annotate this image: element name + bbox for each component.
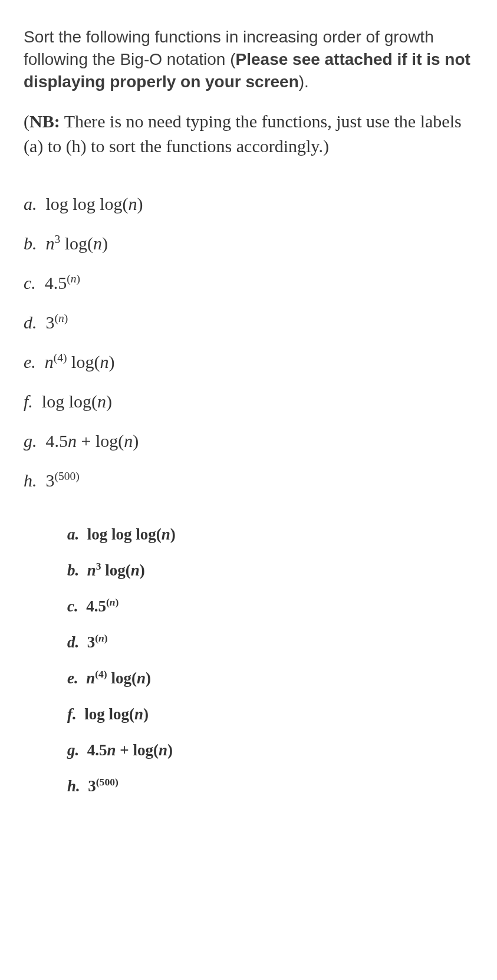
item-expr: log log log(n)	[46, 194, 143, 213]
item-expr: 3(500)	[88, 777, 118, 795]
item-g: g. 4.5n + log(n)	[24, 431, 473, 450]
item-expr: 4.5(n)	[45, 273, 80, 292]
item-label: c.	[67, 597, 78, 615]
item-label: e.	[24, 352, 36, 371]
function-list-secondary: a. log log log(n) b. n3 log(n) c. 4.5(n)…	[24, 525, 473, 795]
item-b-2: b. n3 log(n)	[67, 561, 473, 580]
item-expr: n(4) log(n)	[86, 669, 151, 687]
item-label: c.	[24, 273, 36, 292]
item-g-2: g. 4.5n + log(n)	[67, 741, 473, 759]
item-a: a. log log log(n)	[24, 194, 473, 213]
item-expr: 4.5n + log(n)	[46, 431, 139, 450]
item-expr: n3 log(n)	[46, 234, 108, 253]
item-b: b. n3 log(n)	[24, 234, 473, 253]
item-expr: 3(n)	[46, 313, 68, 332]
item-label: d.	[67, 633, 79, 651]
item-d: d. 3(n)	[24, 313, 473, 332]
item-h-2: h. 3(500)	[67, 777, 473, 795]
item-expr: n3 log(n)	[87, 561, 145, 579]
prompt-paragraph: Sort the following functions in increasi…	[24, 26, 473, 93]
item-h: h. 3(500)	[24, 471, 473, 490]
item-label: a.	[67, 525, 79, 543]
document-page: Sort the following functions in increasi…	[0, 0, 497, 831]
item-expr: 3(n)	[87, 633, 108, 651]
item-expr: log log(n)	[84, 705, 149, 723]
item-c-2: c. 4.5(n)	[67, 597, 473, 616]
item-expr: n(4) log(n)	[45, 352, 115, 371]
item-f-2: f. log log(n)	[67, 705, 473, 724]
nb-paragraph: (NB: There is no need typing the functio…	[24, 109, 473, 159]
item-expr: 4.5(n)	[86, 597, 119, 615]
item-expr: 4.5n + log(n)	[87, 741, 173, 759]
item-a-2: a. log log log(n)	[67, 525, 473, 544]
item-e: e. n(4) log(n)	[24, 352, 473, 371]
nb-label: NB:	[29, 111, 60, 131]
item-label: g.	[67, 741, 79, 759]
item-label: h.	[67, 777, 80, 795]
item-label: f.	[67, 705, 77, 723]
item-label: e.	[67, 669, 78, 687]
intro-text-2: ).	[299, 73, 309, 91]
item-e-2: e. n(4) log(n)	[67, 669, 473, 688]
item-c: c. 4.5(n)	[24, 273, 473, 292]
item-expr: log log log(n)	[87, 525, 176, 543]
item-label: b.	[24, 234, 37, 253]
item-f: f. log log(n)	[24, 392, 473, 411]
item-label: b.	[67, 561, 79, 579]
item-label: h.	[24, 471, 37, 490]
item-label: g.	[24, 431, 37, 450]
function-list-primary: a. log log log(n) b. n3 log(n) c. 4.5(n)…	[24, 194, 473, 490]
item-label: f.	[24, 392, 33, 411]
item-expr: log log(n)	[42, 392, 112, 411]
item-label: a.	[24, 194, 37, 213]
item-label: d.	[24, 313, 37, 332]
nb-text: There is no need typing the functions, j…	[24, 111, 462, 156]
item-expr: 3(500)	[46, 471, 80, 490]
item-d-2: d. 3(n)	[67, 633, 473, 652]
